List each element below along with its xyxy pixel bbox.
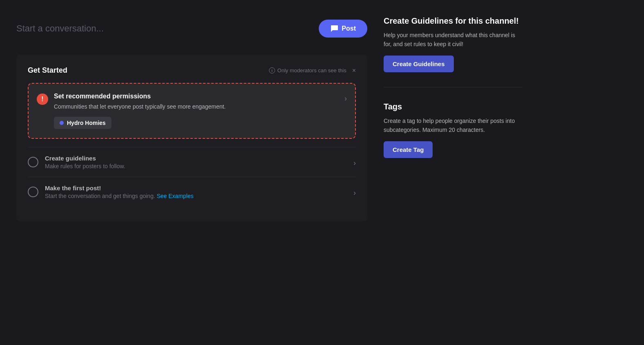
create-guidelines-left: Create guidelines Make rules for posters… <box>28 155 125 169</box>
svg-text:i: i <box>271 69 273 73</box>
permissions-card[interactable]: ! Set recommended permissions Communitie… <box>28 83 356 139</box>
make-first-post-title: Make the first post! <box>45 185 193 191</box>
permissions-text-block: Set recommended permissions Communities … <box>54 93 226 111</box>
create-guidelines-title: Create guidelines <box>45 155 125 162</box>
close-button[interactable]: × <box>352 67 356 74</box>
chat-icon <box>330 24 338 33</box>
info-icon: i <box>269 67 275 73</box>
guidelines-section-title: Create Guidelines for this channel! <box>384 16 522 26</box>
create-guidelines-text: Create guidelines Make rules for posters… <box>45 155 125 169</box>
permissions-card-content: ! Set recommended permissions Communitie… <box>37 93 340 111</box>
right-column: Create Guidelines for this channel! Help… <box>384 12 522 333</box>
community-dot-icon <box>60 121 64 125</box>
community-name: Hydro Homies <box>67 120 106 126</box>
tags-section: Tags Create a tag to help people organiz… <box>384 102 522 158</box>
create-tag-button[interactable]: Create Tag <box>384 141 433 158</box>
see-examples-link[interactable]: See Examples <box>157 193 193 199</box>
make-first-post-desc: Start the conversation and get things go… <box>45 193 193 199</box>
post-button[interactable]: Post <box>319 20 367 38</box>
guidelines-section-desc: Help your members understand what this c… <box>384 31 522 49</box>
conversation-placeholder[interactable]: Start a conversation... <box>16 23 104 34</box>
make-first-post-item[interactable]: Make the first post! Start the conversat… <box>28 177 356 207</box>
guidelines-section: Create Guidelines for this channel! Help… <box>384 16 522 72</box>
permissions-card-top: ! Set recommended permissions Communitie… <box>37 93 347 111</box>
create-guidelines-button[interactable]: Create Guidelines <box>384 56 454 72</box>
get-started-section: Get Started i Only moderators can see th… <box>16 55 367 221</box>
alert-icon: ! <box>37 93 48 105</box>
circle-checkbox-icon-2 <box>28 187 38 197</box>
section-divider <box>384 87 522 87</box>
create-guidelines-chevron-icon: › <box>353 159 356 167</box>
top-bar: Start a conversation... Post <box>16 12 367 45</box>
tags-section-desc: Create a tag to help people organize the… <box>384 116 522 135</box>
make-first-post-left: Make the first post! Start the conversat… <box>28 185 193 199</box>
create-guidelines-desc: Make rules for posters to follow. <box>45 163 125 169</box>
left-column: Start a conversation... Post Get Started… <box>16 12 367 333</box>
get-started-title: Get Started <box>28 66 67 75</box>
make-first-post-text: Make the first post! Start the conversat… <box>45 185 193 199</box>
permissions-chevron-icon[interactable]: › <box>344 94 347 103</box>
moderator-notice: i Only moderators can see this × <box>269 67 356 74</box>
circle-checkbox-icon <box>28 157 38 167</box>
get-started-header: Get Started i Only moderators can see th… <box>28 66 356 75</box>
permissions-desc: Communities that let everyone post typic… <box>54 102 226 111</box>
make-first-post-chevron-icon: › <box>353 189 356 197</box>
create-guidelines-item[interactable]: Create guidelines Make rules for posters… <box>28 147 356 177</box>
permissions-title: Set recommended permissions <box>54 93 226 100</box>
tags-section-title: Tags <box>384 102 522 111</box>
community-tag[interactable]: Hydro Homies <box>54 117 111 129</box>
